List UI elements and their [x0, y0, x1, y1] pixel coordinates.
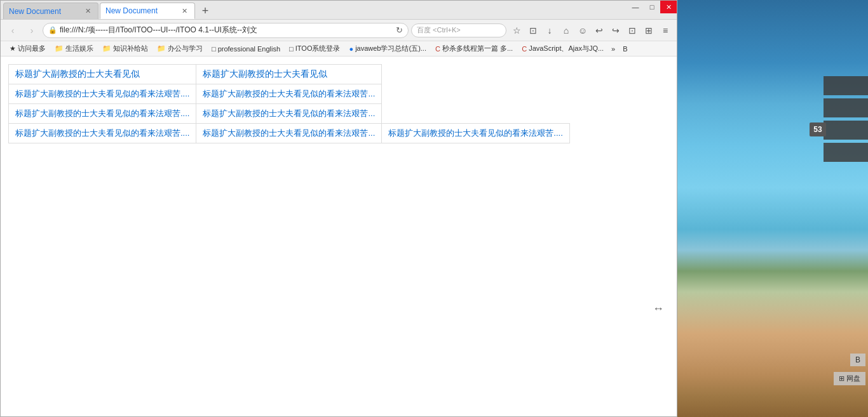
table-cell-3-2[interactable]: 标题扩大副教授的士大夫看见似的看来法艰苦.... [382, 124, 569, 143]
extensions-icon[interactable]: ⊞ [641, 23, 656, 38]
search-placeholder: 百度 <Ctrl+K> [417, 25, 461, 35]
menu-icon[interactable]: ≡ [658, 23, 673, 38]
bookmark-most-visited-label: 访问最多 [18, 44, 46, 53]
back-button[interactable]: ‹ [4, 22, 21, 39]
table-row: 标题扩大副教授的士大夫看见似的看来法艰苦....标题扩大副教授的士大夫看见似的看… [9, 124, 570, 143]
scenic-background [677, 0, 868, 417]
side-panel-1 [824, 76, 868, 95]
undo-icon[interactable]: ↩ [592, 23, 607, 38]
red-icon-2: C [522, 45, 527, 53]
table-cell-1-0[interactable]: 标题扩大副教授的士大夫看见似的看来法艰苦.... [9, 84, 196, 104]
data-table: 标题扩大副教授的士大夫看见似标题扩大副教授的士大夫看见似标题扩大副教授的士大夫看… [8, 64, 570, 143]
bookmark-javaweb-label: javaweb学习总结(五)... [355, 44, 426, 53]
maximize-button[interactable]: □ [644, 1, 660, 13]
side-panel-4 [824, 143, 868, 162]
bookmark-itoo[interactable]: □ ITOO系统登录 [285, 43, 344, 55]
bookmark-entertainment-label: 生活娱乐 [65, 44, 93, 53]
bookmark-multithread[interactable]: C 秒杀多线程第一篇 多... [431, 43, 517, 55]
address-text: file:///N:/项-----目/IToo/ITOO---UI---/ITO… [60, 25, 393, 36]
table-cell-3-0[interactable]: 标题扩大副教授的士大夫看见似的看来法艰苦.... [9, 124, 196, 143]
tab-2-close[interactable]: ✕ [179, 6, 189, 16]
folder-icon-2: 📁 [102, 44, 111, 53]
cloud-icon: ⊞ [839, 374, 844, 383]
bookmark-multithread-label: 秒杀多线程第一篇 多... [442, 44, 513, 53]
right-scenic-panel: 53 B ⊞ 网盘 [677, 0, 868, 417]
bottom-panel-cloud[interactable]: ⊞ 网盘 [834, 372, 865, 385]
page-content: 标题扩大副教授的士大夫看见似标题扩大副教授的士大夫看见似标题扩大副教授的士大夫看… [1, 56, 677, 416]
table-cell-0-1[interactable]: 标题扩大副教授的士大夫看见似 [196, 65, 382, 84]
download-icon[interactable]: ↓ [542, 23, 557, 38]
resize-cursor-icon[interactable]: ↔ [653, 302, 664, 315]
cloud-label: 网盘 [846, 374, 860, 383]
red-icon-1: C [435, 45, 440, 53]
table-row: 标题扩大副教授的士大夫看见似标题扩大副教授的士大夫看见似 [9, 65, 570, 84]
forward-button[interactable]: › [24, 22, 40, 39]
screenshot-icon[interactable]: ⊡ [526, 23, 541, 38]
bookmark-knowledge-label: 知识补给站 [113, 44, 148, 53]
table-row: 标题扩大副教授的士大夫看见似的看来法艰苦....标题扩大副教授的士大夫看见似的看… [9, 84, 570, 104]
browser-window: New Document ✕ New Document ✕ + — □ ✕ ‹ … [0, 0, 677, 417]
table-cell-2-1[interactable]: 标题扩大副教授的士大夫看见似的看来法艰苦... [196, 104, 382, 124]
star-bookmark-icon: ★ [10, 44, 16, 53]
page-icon-2: □ [289, 45, 294, 53]
address-input-wrapper[interactable]: 🔒 file:///N:/项-----目/IToo/ITOO---UI---/I… [43, 23, 409, 38]
bookmark-work[interactable]: 📁 办公与学习 [153, 43, 207, 55]
bookmarks-bar: ★ 访问最多 📁 生活娱乐 📁 知识补给站 📁 办公与学习 □ professi… [1, 41, 677, 56]
folder-icon-3: 📁 [157, 44, 166, 53]
tab-1[interactable]: New Document ✕ [3, 3, 98, 19]
window-controls: — □ ✕ [627, 1, 677, 13]
lock-icon: 🔒 [48, 26, 57, 34]
bookmark-most-visited[interactable]: ★ 访问最多 [6, 43, 50, 55]
home-icon[interactable]: ⌂ [559, 23, 574, 38]
bookmark-english-label: professional English [218, 45, 280, 53]
address-bar: ‹ › 🔒 file:///N:/项-----目/IToo/ITOO---UI-… [1, 20, 677, 41]
page-icon-1: □ [212, 45, 216, 53]
table-cell-1-1[interactable]: 标题扩大副教授的士大夫看见似的看来法艰苦... [196, 84, 382, 104]
toolbar-icons: ☆ ⊡ ↓ ⌂ ☺ ↩ ↪ ⊡ ⊞ ≡ [509, 23, 673, 38]
bookmarks-more[interactable]: » [609, 44, 618, 54]
title-bar: New Document ✕ New Document ✕ + — □ ✕ [1, 1, 677, 20]
bookmark-javaweb[interactable]: ● javaweb学习总结(五)... [345, 43, 430, 55]
star-icon[interactable]: ☆ [509, 23, 524, 38]
emoji-icon[interactable]: ☺ [575, 23, 590, 38]
bookmark-work-label: 办公与学习 [168, 44, 203, 53]
reload-icon[interactable]: ↻ [396, 25, 403, 35]
side-panel-3 [824, 121, 868, 140]
tabs-row: New Document ✕ New Document ✕ + [1, 3, 677, 19]
bookmark-knowledge[interactable]: 📁 知识补给站 [98, 43, 152, 55]
bottom-b-label: B [855, 355, 860, 364]
blue-icon: ● [349, 45, 353, 53]
table-row: 标题扩大副教授的士大夫看见似的看来法艰苦....标题扩大副教授的士大夫看见似的看… [9, 104, 570, 124]
bookmark-js-label: JavaScript、Ajax与JQ... [529, 44, 604, 53]
search-box[interactable]: 百度 <Ctrl+K> [411, 23, 506, 37]
bookmark-entertainment[interactable]: 📁 生活娱乐 [51, 43, 97, 55]
folder-icon-1: 📁 [55, 44, 64, 53]
bookmark-itoo-label: ITOO系统登录 [295, 44, 341, 53]
bookmark-b-label: B [623, 45, 627, 53]
tab-1-title: New Document [9, 7, 80, 16]
table-cell-2-0[interactable]: 标题扩大副教授的士大夫看见似的看来法艰苦.... [9, 104, 196, 124]
side-panel-2 [824, 98, 868, 117]
bottom-panel-b[interactable]: B [850, 354, 865, 366]
table-cell-3-1[interactable]: 标题扩大副教授的士大夫看见似的看来法艰苦... [196, 124, 382, 143]
tab-1-close[interactable]: ✕ [83, 6, 93, 17]
bookmark-js[interactable]: C JavaScript、Ajax与JQ... [518, 43, 607, 55]
table-cell-0-0[interactable]: 标题扩大副教授的士大夫看见似 [9, 65, 196, 84]
bookmark-english[interactable]: □ professional English [208, 44, 284, 54]
tab-2-title: New Document [105, 6, 177, 15]
minimize-button[interactable]: — [627, 1, 644, 13]
bookmark-b[interactable]: B [619, 44, 631, 54]
redo-icon[interactable]: ↪ [608, 23, 623, 38]
clip-icon[interactable]: ⊡ [625, 23, 640, 38]
close-button[interactable]: ✕ [660, 1, 677, 13]
new-tab-button[interactable]: + [196, 3, 214, 19]
badge-53: 53 [810, 122, 826, 136]
tab-2[interactable]: New Document ✕ [100, 3, 195, 19]
